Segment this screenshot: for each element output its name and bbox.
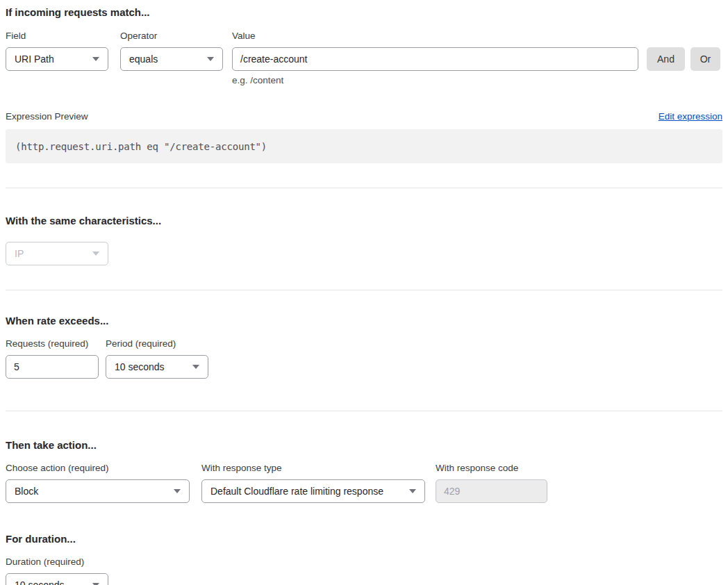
value-hint: e.g. /content (232, 75, 638, 85)
section-heading-duration: For duration... (6, 532, 722, 545)
response-code-input (436, 479, 547, 503)
action-labels-row: Choose action (required) With response t… (6, 462, 722, 479)
value-field-group: e.g. /content (232, 47, 638, 85)
match-labels-row: Field Operator Value (6, 30, 722, 47)
chevron-down-icon (92, 252, 99, 256)
action-controls-row: Block Default Cloudflare rate limiting r… (6, 479, 722, 503)
section-divider (6, 411, 722, 411)
period-label: Period (required) (106, 338, 176, 349)
and-button[interactable]: And (647, 47, 685, 71)
section-characteristics: With the same characteristics... IP (6, 214, 722, 265)
value-label: Value (232, 30, 256, 42)
section-incoming-requests-match: If incoming requests match... Field Oper… (6, 6, 722, 163)
period-select[interactable]: 10 seconds (106, 355, 208, 379)
value-input[interactable] (232, 47, 638, 71)
requests-label: Requests (required) (6, 338, 99, 349)
duration-select[interactable]: 10 seconds (6, 573, 108, 585)
edit-expression-link[interactable]: Edit expression (659, 111, 722, 122)
chevron-down-icon (92, 57, 99, 61)
expression-preview-code: (http.request.uri.path eq "/create-accou… (15, 141, 267, 152)
expression-preview-label: Expression Preview (6, 111, 88, 122)
rate-limiting-rule-form: If incoming requests match... Field Oper… (0, 0, 728, 585)
section-take-action: Then take action... Choose action (requi… (6, 438, 722, 503)
characteristic-select-value: IP (15, 248, 24, 259)
period-select-value: 10 seconds (115, 361, 165, 372)
section-heading-match: If incoming requests match... (6, 6, 722, 19)
expression-preview-box: (http.request.uri.path eq "/create-accou… (6, 129, 722, 163)
section-divider (6, 290, 722, 290)
field-label: Field (6, 30, 108, 42)
response-code-label: With response code (436, 462, 518, 474)
duration-select-value: 10 seconds (15, 579, 65, 585)
field-select-value: URI Path (15, 53, 54, 65)
requests-field-group (6, 355, 99, 379)
chevron-down-icon (192, 365, 199, 369)
section-heading-action: Then take action... (6, 438, 722, 452)
match-controls-row: URI Path equals e.g. /content And Or (6, 47, 722, 85)
chevron-down-icon (409, 489, 416, 493)
requests-input[interactable] (6, 355, 99, 379)
section-divider (6, 188, 722, 188)
section-heading-rate: When rate exceeds... (6, 314, 722, 327)
chevron-down-icon (174, 489, 181, 493)
operator-label: Operator (120, 30, 223, 42)
rate-controls-row: 10 seconds (6, 355, 722, 379)
response-type-label: With response type (201, 462, 425, 474)
or-button[interactable]: Or (690, 47, 720, 71)
operator-select[interactable]: equals (120, 47, 223, 71)
characteristic-select: IP (6, 242, 108, 265)
choose-action-label: Choose action (required) (6, 462, 190, 474)
duration-controls-row: 10 seconds (6, 573, 722, 585)
choose-action-value: Block (15, 486, 38, 497)
operator-select-value: equals (129, 53, 158, 65)
rate-labels-row: Requests (required) Period (required) (6, 338, 722, 355)
section-for-duration: For duration... Duration (required) 10 s… (6, 532, 722, 585)
duration-label: Duration (required) (6, 556, 84, 568)
duration-labels-row: Duration (required) (6, 556, 722, 573)
response-type-value: Default Cloudflare rate limiting respons… (210, 486, 383, 497)
expression-preview-header: Expression Preview Edit expression (6, 111, 722, 122)
section-rate-exceeds: When rate exceeds... Requests (required)… (6, 314, 722, 379)
chevron-down-icon (207, 57, 214, 61)
response-type-select[interactable]: Default Cloudflare rate limiting respons… (201, 479, 425, 503)
field-select[interactable]: URI Path (6, 47, 108, 71)
section-heading-characteristics: With the same characteristics... (6, 214, 722, 227)
choose-action-select[interactable]: Block (6, 479, 190, 503)
